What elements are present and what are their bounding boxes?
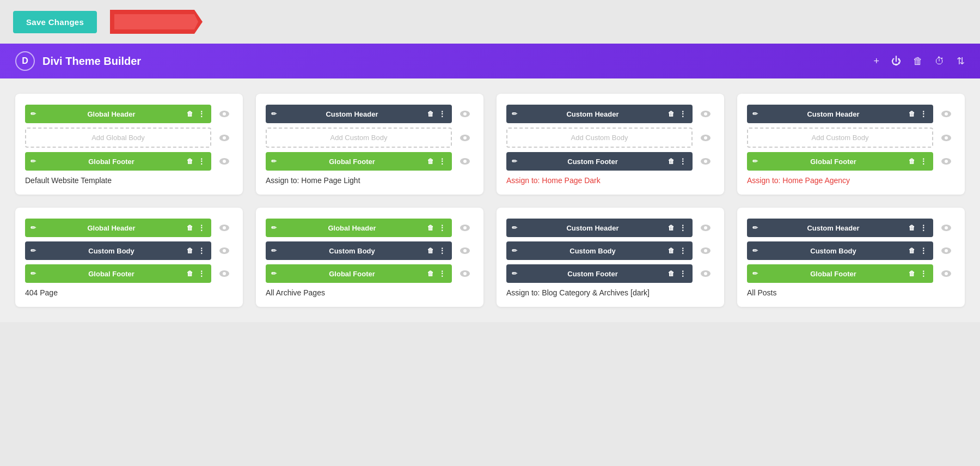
more-icon[interactable]: ⋮ <box>198 110 206 118</box>
trash-btn-icon[interactable]: 🗑 <box>427 110 434 118</box>
trash-btn-icon[interactable]: 🗑 <box>909 158 915 165</box>
more-icon[interactable]: ⋮ <box>679 269 687 278</box>
template-name: All Posts <box>747 288 955 297</box>
footer-button[interactable]: ✏ Global Footer 🗑 ⋮ <box>266 152 452 171</box>
add-body-placeholder[interactable]: Add Custom Body <box>506 128 693 148</box>
eye-icon[interactable] <box>938 265 955 282</box>
trash-btn-icon[interactable]: 🗑 <box>427 247 434 255</box>
eye-icon[interactable] <box>697 242 714 259</box>
trash-btn-icon[interactable]: 🗑 <box>187 224 193 232</box>
trash-btn-icon[interactable]: 🗑 <box>187 158 193 165</box>
footer-button[interactable]: ✏ Global Footer 🗑 ⋮ <box>266 264 452 283</box>
eye-icon[interactable] <box>456 129 474 147</box>
trash-btn-icon[interactable]: 🗑 <box>187 247 193 255</box>
footer-button[interactable]: ✏ Custom Footer 🗑 ⋮ <box>506 264 693 283</box>
trash-btn-icon[interactable]: 🗑 <box>909 247 915 255</box>
header-button[interactable]: ✏ Custom Header 🗑 ⋮ <box>747 105 933 123</box>
trash-btn-icon[interactable]: 🗑 <box>909 110 915 118</box>
trash-btn-icon[interactable]: 🗑 <box>668 224 675 232</box>
power-icon[interactable]: ⏻ <box>891 56 901 66</box>
header-button[interactable]: ✏ Global Header 🗑 ⋮ <box>25 219 211 237</box>
eye-icon[interactable] <box>216 242 233 259</box>
eye-icon[interactable] <box>938 129 955 147</box>
history-icon[interactable]: ⏱ <box>935 56 945 66</box>
trash-btn-icon[interactable]: 🗑 <box>668 110 675 118</box>
more-icon[interactable]: ⋮ <box>679 223 687 232</box>
add-body-placeholder[interactable]: Add Custom Body <box>747 128 933 148</box>
trash-btn-icon[interactable]: 🗑 <box>668 158 675 165</box>
eye-icon[interactable] <box>216 219 233 237</box>
header-button[interactable]: ✏ Custom Header 🗑 ⋮ <box>266 105 452 123</box>
more-icon[interactable]: ⋮ <box>438 110 446 118</box>
eye-icon[interactable] <box>216 265 233 282</box>
more-icon[interactable]: ⋮ <box>679 246 687 255</box>
add-body-placeholder[interactable]: Add Global Body <box>25 128 211 148</box>
eye-icon[interactable] <box>456 265 474 282</box>
header-button[interactable]: ✏ Custom Header 🗑 ⋮ <box>506 105 693 123</box>
header-button[interactable]: ✏ Custom Header 🗑 ⋮ <box>506 219 693 237</box>
body-button[interactable]: ✏ Custom Body 🗑 ⋮ <box>266 241 452 260</box>
more-icon[interactable]: ⋮ <box>198 269 206 278</box>
more-icon[interactable]: ⋮ <box>679 110 687 118</box>
trash-btn-icon[interactable]: 🗑 <box>187 110 193 118</box>
save-changes-button[interactable]: Save Changes <box>13 11 97 33</box>
body-button[interactable]: ✏ Custom Body 🗑 ⋮ <box>747 241 933 260</box>
more-icon[interactable]: ⋮ <box>198 246 206 255</box>
header-label: Custom Header <box>522 224 664 232</box>
eye-icon[interactable] <box>216 129 233 147</box>
header-button[interactable]: ✏ Global Header 🗑 ⋮ <box>266 219 452 237</box>
add-icon[interactable]: + <box>873 56 879 66</box>
more-icon[interactable]: ⋮ <box>920 246 928 255</box>
eye-icon[interactable] <box>938 153 955 170</box>
eye-icon[interactable] <box>216 153 233 170</box>
more-icon[interactable]: ⋮ <box>198 157 206 166</box>
eye-icon[interactable] <box>938 219 955 237</box>
more-icon[interactable]: ⋮ <box>679 157 687 166</box>
more-icon[interactable]: ⋮ <box>198 223 206 232</box>
trash-btn-icon[interactable]: 🗑 <box>427 158 434 165</box>
add-body-placeholder[interactable]: Add Custom Body <box>266 128 452 148</box>
more-icon[interactable]: ⋮ <box>438 269 446 278</box>
more-icon[interactable]: ⋮ <box>920 110 928 118</box>
trash-btn-icon[interactable]: 🗑 <box>427 270 434 277</box>
theme-builder-header: D Divi Theme Builder + ⏻ 🗑 ⏱ ⇅ <box>0 44 980 78</box>
body-button[interactable]: ✏ Custom Body 🗑 ⋮ <box>506 241 693 260</box>
footer-button[interactable]: ✏ Global Footer 🗑 ⋮ <box>747 152 933 171</box>
body-row: ✏ Custom Body 🗑 ⋮ <box>25 241 233 260</box>
add-body-row: Add Custom Body <box>747 128 955 148</box>
eye-icon[interactable] <box>697 153 714 170</box>
footer-button[interactable]: ✏ Global Footer 🗑 ⋮ <box>747 264 933 283</box>
header-button[interactable]: ✏ Custom Header 🗑 ⋮ <box>747 219 933 237</box>
trash-btn-icon[interactable]: 🗑 <box>187 270 193 277</box>
footer-button[interactable]: ✏ Custom Footer 🗑 ⋮ <box>506 152 693 171</box>
trash-btn-icon[interactable]: 🗑 <box>668 247 675 255</box>
more-icon[interactable]: ⋮ <box>920 157 928 166</box>
eye-icon[interactable] <box>938 105 955 123</box>
trash-btn-icon[interactable]: 🗑 <box>909 224 915 232</box>
trash-btn-icon[interactable]: 🗑 <box>427 224 434 232</box>
eye-icon[interactable] <box>456 219 474 237</box>
footer-button[interactable]: ✏ Global Footer 🗑 ⋮ <box>25 152 211 171</box>
header-button[interactable]: ✏ Global Header 🗑 ⋮ <box>25 105 211 123</box>
eye-icon[interactable] <box>697 129 714 147</box>
more-icon[interactable]: ⋮ <box>438 246 446 255</box>
eye-icon[interactable] <box>697 265 714 282</box>
body-button[interactable]: ✏ Custom Body 🗑 ⋮ <box>25 241 211 260</box>
trash-icon[interactable]: 🗑 <box>913 56 923 66</box>
more-icon[interactable]: ⋮ <box>438 157 446 166</box>
more-icon[interactable]: ⋮ <box>920 269 928 278</box>
eye-icon[interactable] <box>697 219 714 237</box>
trash-btn-icon[interactable]: 🗑 <box>668 270 675 277</box>
eye-icon[interactable] <box>456 153 474 170</box>
more-icon[interactable]: ⋮ <box>438 223 446 232</box>
eye-icon[interactable] <box>456 105 474 123</box>
eye-icon[interactable] <box>456 242 474 259</box>
eye-icon[interactable] <box>697 105 714 123</box>
more-icon[interactable]: ⋮ <box>920 223 928 232</box>
sort-icon[interactable]: ⇅ <box>957 56 965 66</box>
eye-icon[interactable] <box>938 242 955 259</box>
trash-btn-icon[interactable]: 🗑 <box>909 270 915 277</box>
footer-button[interactable]: ✏ Global Footer 🗑 ⋮ <box>25 264 211 283</box>
eye-icon[interactable] <box>216 105 233 123</box>
header-left: D Divi Theme Builder <box>15 51 141 71</box>
